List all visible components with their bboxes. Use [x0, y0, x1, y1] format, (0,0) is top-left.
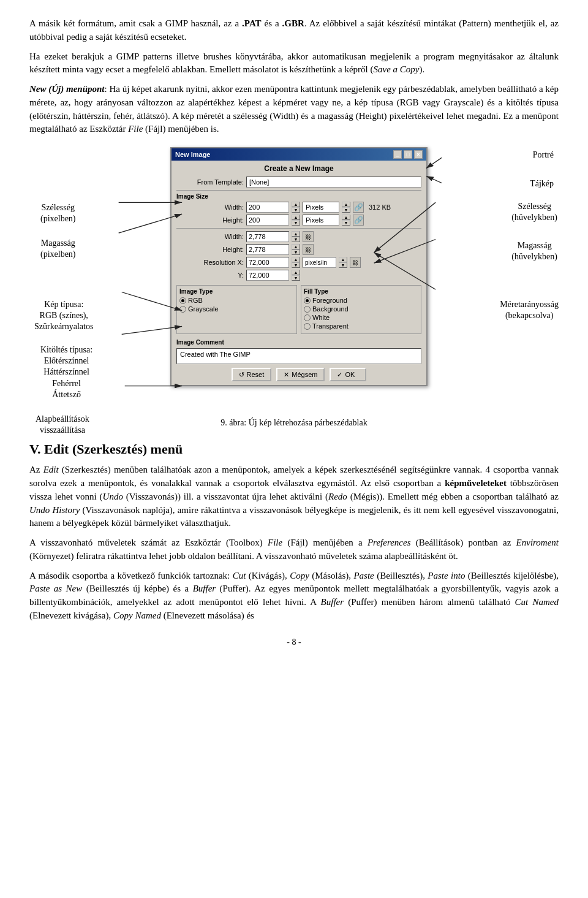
width-spin-up[interactable]: ▲: [292, 202, 300, 207]
fill-type-title: Fill Type: [304, 288, 418, 295]
reset-icon: ↺: [239, 371, 244, 379]
transparent-radio-row[interactable]: Transparent: [304, 322, 418, 330]
res-y-spin-up[interactable]: ▲: [292, 270, 300, 275]
width-unit-down[interactable]: ▼: [342, 207, 350, 213]
gimp-titlebar: New Image _ □ ×: [172, 148, 426, 161]
rgb-radio-row[interactable]: RGB: [179, 297, 294, 304]
width-spin-down[interactable]: ▼: [292, 207, 300, 213]
width-input[interactable]: [246, 202, 289, 213]
label-szelesseg-pixel: Szélesség(pixelben): [40, 202, 76, 224]
chain-icon-top[interactable]: 🔗: [353, 202, 364, 213]
res-y-spin-down[interactable]: ▼: [292, 275, 300, 281]
gimp-content: Create a New Image From Template: [None]…: [172, 161, 426, 385]
reset-label: Reset: [247, 371, 265, 378]
reset-button[interactable]: ↺ Reset: [232, 368, 272, 381]
chain-icon-bottom[interactable]: 🔗: [353, 215, 364, 226]
width2-spin-down[interactable]: ▼: [292, 237, 300, 242]
gimp-titlebar-icons: _ □ ×: [393, 150, 423, 159]
height2-spinner[interactable]: ▲ ▼: [292, 244, 300, 255]
height-unit-down[interactable]: ▼: [342, 220, 350, 226]
width-unit-up[interactable]: ▲: [342, 202, 350, 207]
width-label: Width:: [176, 204, 244, 211]
height2-input[interactable]: [246, 244, 289, 255]
resolution-unit-spinner[interactable]: ▲ ▼: [339, 257, 347, 268]
resolution-x-label: Resolution X:: [176, 259, 244, 266]
label-tajkep: Tájkép: [530, 179, 554, 189]
width-unit-spinner[interactable]: ▲ ▼: [342, 202, 350, 213]
from-template-row: From Template: [None]: [176, 177, 421, 188]
label-alapbeallitasok: Alapbeállításokvisszaállítása: [36, 414, 89, 436]
transparent-label: Transparent: [312, 322, 349, 330]
gimp-title: New Image: [175, 151, 210, 158]
foreground-radio-row[interactable]: Foreground: [304, 297, 418, 304]
width-pixels-row: Width: ▲ ▼ Pixels ▲ ▼ 🔗 312 KB: [176, 202, 421, 213]
height2-spin-down[interactable]: ▼: [292, 249, 300, 255]
white-radio[interactable]: [304, 314, 311, 321]
gimp-dialog: New Image _ □ × Create a New Image From …: [170, 147, 428, 386]
background-radio-row[interactable]: Background: [304, 305, 418, 313]
type-fill-row: Image Type RGB Grayscale Fill Type: [176, 283, 421, 337]
section-heading: V. Edit (Szerkesztés) menü: [29, 441, 559, 457]
width2-spinner[interactable]: ▲ ▼: [292, 231, 300, 242]
cancel-icon: ✕: [284, 371, 289, 379]
from-template-input[interactable]: [None]: [246, 177, 421, 188]
white-label: White: [312, 314, 330, 321]
height-spin-down[interactable]: ▼: [292, 220, 300, 226]
cancel-button[interactable]: ✕ Mégsem: [276, 368, 325, 381]
ok-button[interactable]: ✓ OK: [330, 368, 366, 381]
resolution-x-input[interactable]: [246, 257, 289, 268]
svg-line-6: [426, 158, 442, 168]
grayscale-radio[interactable]: [179, 306, 186, 313]
resolution-unit-dropdown[interactable]: pixels/in: [303, 257, 336, 268]
grayscale-radio-row[interactable]: Grayscale: [179, 305, 294, 313]
height-input[interactable]: [246, 215, 289, 226]
height-unit-dropdown[interactable]: Pixels: [303, 215, 339, 226]
width-unit-dropdown[interactable]: Pixels: [303, 202, 339, 213]
white-radio-row[interactable]: White: [304, 314, 418, 321]
height-spinner[interactable]: ▲ ▼: [292, 215, 300, 226]
chain-icon-res[interactable]: ⛓: [350, 257, 361, 268]
image-size-label: Image Size: [176, 193, 421, 200]
svg-line-7: [426, 176, 442, 183]
rgb-radio[interactable]: [179, 297, 186, 304]
resolution-y-spinner[interactable]: ▲ ▼: [292, 270, 300, 281]
section-v-para-2: A visszavonható műveletek számát az Eszk…: [29, 536, 559, 563]
gimp-close-btn[interactable]: ×: [414, 150, 423, 159]
res-x-spin-down[interactable]: ▼: [292, 262, 300, 268]
height-spin-up[interactable]: ▲: [292, 215, 300, 220]
width2-spin-up[interactable]: ▲: [292, 231, 300, 237]
width-spinner[interactable]: ▲ ▼: [292, 202, 300, 213]
gimp-maximize-btn[interactable]: □: [404, 150, 412, 159]
height-pixels-row: Height: ▲ ▼ Pixels ▲ ▼ 🔗: [176, 215, 421, 226]
width2-input[interactable]: [246, 231, 289, 242]
section-v-para-3: A második csoportba a következő funkciók…: [29, 569, 559, 623]
res-unit-down[interactable]: ▼: [339, 262, 347, 268]
width-inches-row: Width: ▲ ▼ ⛓: [176, 231, 421, 242]
resolution-y-label: Y:: [176, 272, 244, 279]
resolution-y-row: Y: ▲ ▼: [176, 270, 421, 281]
transparent-radio[interactable]: [304, 323, 311, 330]
section-v-para-1: Az Edit (Szerkesztés) menüben találhatóa…: [29, 463, 559, 530]
res-unit-up[interactable]: ▲: [339, 257, 347, 262]
res-x-spin-up[interactable]: ▲: [292, 257, 300, 262]
chain-icon-inches-top[interactable]: ⛓: [303, 231, 314, 242]
height-unit-up[interactable]: ▲: [342, 215, 350, 220]
height-unit-spinner[interactable]: ▲ ▼: [342, 215, 350, 226]
chain-icon-inches-bottom[interactable]: ⛓: [303, 244, 314, 255]
resolution-y-input[interactable]: [246, 270, 289, 281]
resolution-x-spinner[interactable]: ▲ ▼: [292, 257, 300, 268]
fill-type-section: Fill Type Foreground Background White: [301, 285, 421, 334]
height2-spin-up[interactable]: ▲: [292, 244, 300, 249]
dialog-buttons: ↺ Reset ✕ Mégsem ✓ OK: [176, 368, 421, 381]
gimp-subtitle: Create a New Image: [176, 164, 421, 173]
gimp-minimize-btn[interactable]: _: [393, 150, 402, 159]
resolution-x-row: Resolution X: ▲ ▼ pixels/in ▲ ▼ ⛓: [176, 257, 421, 268]
comment-value[interactable]: Created with The GIMP: [176, 348, 421, 364]
foreground-radio[interactable]: [304, 297, 311, 304]
paragraph-1: A másik két formátum, amit csak a GIMP h…: [29, 17, 559, 44]
label-kep-tipusa: Kép típusa:RGB (színes),Szürkeárnyalatos: [34, 299, 93, 333]
width2-label: Width:: [176, 233, 244, 240]
caption: 9. ábra: Új kép létrehozása párbeszédabl…: [29, 417, 559, 429]
grayscale-label: Grayscale: [188, 305, 219, 313]
background-radio[interactable]: [304, 306, 311, 313]
